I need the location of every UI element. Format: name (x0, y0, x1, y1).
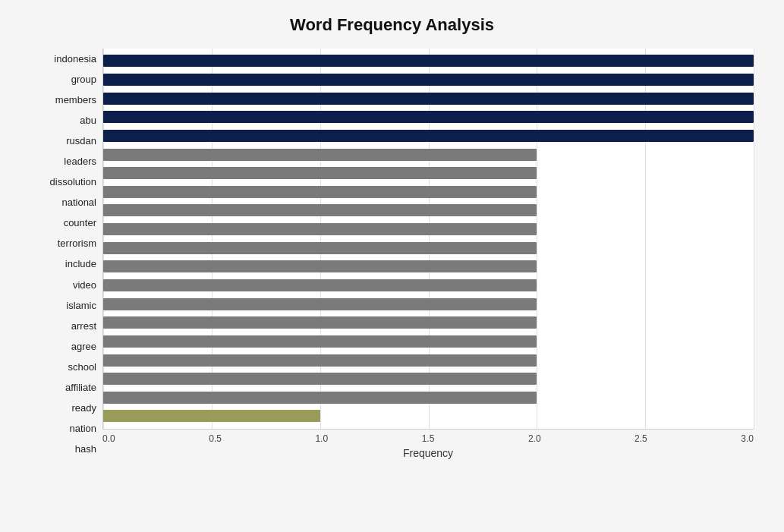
bar-row-terrorism (103, 222, 754, 237)
bar-row-ready (103, 371, 754, 386)
y-label-terrorism: terrorism (30, 238, 96, 248)
bar-row-dissolution (103, 165, 754, 181)
bar-row-indonesia (103, 53, 754, 68)
bar-national (103, 186, 537, 198)
x-tick-3.0: 3.0 (741, 433, 754, 444)
bar-ready (103, 373, 537, 385)
bars-inner (103, 49, 754, 429)
y-label-rusdan: rusdan (30, 136, 96, 146)
bar-row-include (103, 241, 754, 256)
y-label-arrest: arrest (30, 321, 96, 331)
x-tick-2.0: 2.0 (528, 433, 541, 444)
bar-row-hash (103, 408, 754, 423)
x-tick-1.0: 1.0 (315, 433, 328, 444)
bars-area (102, 49, 754, 430)
grid-line-3.0 (754, 49, 754, 429)
bar-rusdan (103, 130, 754, 142)
bar-terrorism (103, 223, 537, 235)
bar-row-nation (103, 390, 754, 405)
y-label-national: national (30, 197, 96, 207)
y-label-dissolution: dissolution (30, 177, 96, 187)
y-label-abu: abu (30, 115, 96, 125)
y-label-members: members (30, 95, 96, 105)
y-label-leaders: leaders (30, 156, 96, 166)
y-label-islamic: islamic (30, 301, 96, 310)
bar-row-group (103, 72, 754, 87)
y-label-hash: hash (30, 444, 96, 454)
bar-hash (103, 410, 320, 422)
bar-counter (103, 204, 537, 216)
bar-agree (103, 316, 537, 329)
x-axis: 0.00.51.01.52.02.53.0 (102, 430, 754, 444)
bar-abu (103, 111, 754, 123)
x-tick-0.0: 0.0 (102, 433, 115, 444)
bar-row-islamic (103, 278, 754, 293)
y-label-group: group (30, 74, 96, 84)
bar-group (103, 74, 754, 86)
x-tick-0.5: 0.5 (209, 433, 222, 444)
bar-row-national (103, 184, 754, 200)
x-tick-2.5: 2.5 (634, 433, 647, 444)
bars-and-xaxis: 0.00.51.01.52.02.53.0 Frequency (102, 49, 754, 459)
y-label-affiliate: affiliate (30, 382, 96, 392)
bar-row-rusdan (103, 128, 754, 143)
bar-row-abu (103, 109, 754, 124)
bar-include (103, 242, 537, 254)
y-label-include: include (30, 259, 96, 269)
y-label-indonesia: indonesia (30, 54, 96, 64)
bar-members (103, 93, 754, 105)
bar-row-video (103, 259, 754, 274)
y-labels: indonesiagroupmembersaburusdanleadersdis… (30, 49, 102, 459)
bar-row-arrest (103, 297, 754, 312)
bar-row-school (103, 334, 754, 349)
chart-title: Word Frequency Analysis (30, 15, 754, 35)
bar-arrest (103, 298, 537, 310)
bar-dissolution (103, 167, 537, 179)
bar-row-counter (103, 203, 754, 218)
y-label-agree: agree (30, 342, 96, 351)
y-label-counter: counter (30, 218, 96, 228)
y-label-video: video (30, 280, 96, 290)
bar-leaders (103, 149, 537, 161)
chart-area: indonesiagroupmembersaburusdanleadersdis… (30, 49, 754, 459)
y-label-nation: nation (30, 423, 96, 433)
y-label-school: school (30, 362, 96, 372)
bar-row-leaders (103, 147, 754, 162)
bar-row-agree (103, 315, 754, 330)
bar-school (103, 335, 537, 348)
bar-indonesia (103, 55, 754, 67)
bar-video (103, 260, 537, 272)
bar-row-members (103, 91, 754, 106)
x-axis-label: Frequency (102, 447, 754, 459)
bar-islamic (103, 279, 537, 291)
bar-row-affiliate (103, 353, 754, 368)
bar-nation (103, 392, 537, 404)
x-tick-1.5: 1.5 (422, 433, 435, 444)
bar-affiliate (103, 354, 537, 367)
chart-container: Word Frequency Analysis indonesiagroupme… (0, 0, 784, 532)
y-label-ready: ready (30, 403, 96, 413)
